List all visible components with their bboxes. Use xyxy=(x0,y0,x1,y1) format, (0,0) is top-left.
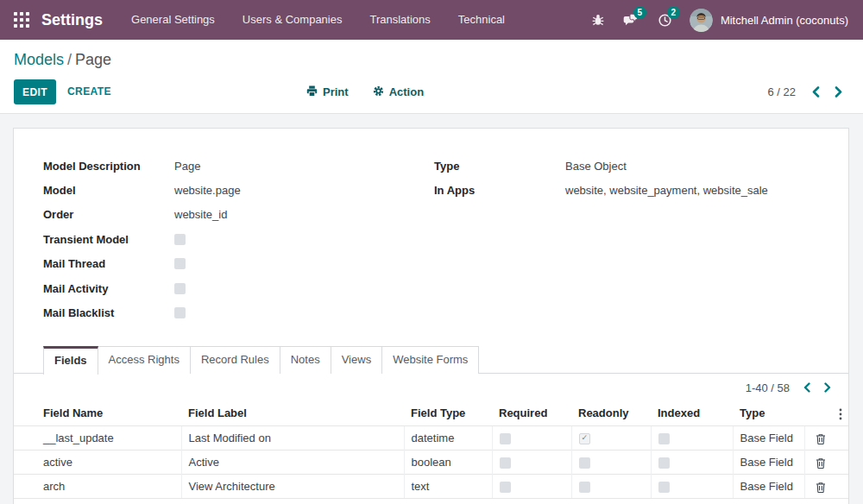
delete-row-icon[interactable] xyxy=(816,482,826,493)
optional-columns-icon[interactable] xyxy=(839,408,842,420)
col-header-field-label[interactable]: Field Label xyxy=(181,401,404,425)
breadcrumb-separator: / xyxy=(64,51,75,68)
col-header-required[interactable]: Required xyxy=(492,401,571,425)
col-header-indexed[interactable]: Indexed xyxy=(651,401,733,425)
col-header-readonly[interactable]: Readonly xyxy=(571,401,651,425)
list-pager-previous-icon[interactable] xyxy=(797,378,817,397)
cell-field-name[interactable]: __last_update xyxy=(14,425,181,450)
col-header-field-type[interactable]: Field Type xyxy=(404,401,492,425)
cell-field-label[interactable]: Active xyxy=(181,450,404,474)
form-field-row: Transient Model xyxy=(43,227,427,251)
cell-required xyxy=(492,450,571,474)
cell-type[interactable]: Base Field xyxy=(733,450,804,474)
field-value: Page xyxy=(174,160,200,173)
edit-button[interactable]: EDIT xyxy=(14,79,56,104)
readonly-checkbox xyxy=(579,482,590,493)
notebook: FieldsAccess RightsRecord RulesNotesView… xyxy=(14,346,848,374)
messages-badge: 5 xyxy=(633,6,646,19)
field-checkbox xyxy=(174,307,186,318)
pager-value[interactable]: 6 / 22 xyxy=(767,85,796,98)
create-button[interactable]: CREATE xyxy=(67,79,111,104)
form-field-row: Type Base Object xyxy=(434,154,818,178)
cell-readonly xyxy=(571,450,651,474)
messages-icon[interactable]: 5 xyxy=(623,0,640,40)
field-value: website, website_payment, website_sale xyxy=(565,184,768,197)
table-row[interactable]: arch View Architecture text Base Field xyxy=(14,474,848,498)
table-header-row: Field Name Field Label Field Type Requir… xyxy=(14,401,848,425)
app-name[interactable]: Settings xyxy=(41,11,103,29)
action-menu[interactable]: Action xyxy=(373,85,424,99)
delete-row-icon[interactable] xyxy=(816,457,826,469)
notebook-tab[interactable]: Fields xyxy=(43,346,98,375)
cell-field-name[interactable]: active xyxy=(14,450,181,474)
pager-next-icon[interactable] xyxy=(827,79,849,104)
form-field-row: Mail Activity xyxy=(43,276,427,300)
list-pager-value[interactable]: 1-40 / 58 xyxy=(746,381,790,394)
form-field-row: Order website_id xyxy=(43,203,427,227)
debug-bug-icon[interactable] xyxy=(589,0,607,40)
cell-field-label[interactable]: View Architecture xyxy=(181,474,404,498)
notebook-tab[interactable]: Notes xyxy=(280,346,331,374)
form-field-row: Model website.page xyxy=(43,178,427,202)
top-navbar: Settings General SettingsUsers & Compani… xyxy=(0,0,863,40)
field-value: website_id xyxy=(174,208,227,221)
content-area: Model Description Page Model website.pag… xyxy=(0,113,863,504)
cell-field-name[interactable]: arch xyxy=(14,474,181,498)
cell-readonly xyxy=(571,425,651,450)
activities-clock-icon[interactable]: 2 xyxy=(657,0,674,40)
cell-type[interactable]: Base Field xyxy=(733,474,804,498)
form-field-row: In Apps website, website_payment, websit… xyxy=(434,178,818,202)
required-checkbox xyxy=(500,433,511,444)
indexed-checkbox xyxy=(658,433,670,444)
field-checkbox xyxy=(174,283,186,294)
cell-type[interactable]: Base Field xyxy=(733,425,804,450)
field-label: Model Description xyxy=(43,160,174,173)
cell-field-label[interactable]: Last Modified on xyxy=(181,425,404,450)
form-field-row: Model Description Page xyxy=(43,154,427,178)
field-label: Model xyxy=(43,184,174,197)
col-header-field-name[interactable]: Field Name xyxy=(14,401,181,425)
gear-icon xyxy=(373,85,384,99)
form-sheet: Model Description Page Model website.pag… xyxy=(13,128,849,504)
action-menus: Print Action xyxy=(306,79,424,104)
field-value: website.page xyxy=(174,184,241,197)
record-pager: 6 / 22 xyxy=(767,79,849,104)
apps-menu-icon[interactable] xyxy=(14,12,29,28)
form-field-row: Mail Blacklist xyxy=(43,300,427,324)
navbar-menu-item[interactable]: Technical xyxy=(444,0,519,40)
breadcrumb-models-link[interactable]: Models xyxy=(14,51,64,68)
indexed-checkbox xyxy=(658,482,670,493)
navbar-menu-item[interactable]: Users & Companies xyxy=(229,0,356,40)
printer-icon xyxy=(306,85,318,99)
cell-indexed xyxy=(651,425,733,450)
field-checkbox xyxy=(174,258,186,269)
fields-table: Field Name Field Label Field Type Requir… xyxy=(14,401,848,499)
notebook-tab[interactable]: Views xyxy=(331,346,382,374)
notebook-tab[interactable]: Website Forms xyxy=(381,346,479,374)
field-value: Base Object xyxy=(565,160,627,173)
delete-row-icon[interactable] xyxy=(816,433,826,444)
user-avatar[interactable] xyxy=(690,9,713,32)
notebook-tab[interactable]: Record Rules xyxy=(190,346,280,374)
field-label: Mail Activity xyxy=(43,282,174,295)
cell-indexed xyxy=(651,450,733,474)
pager-previous-icon[interactable] xyxy=(804,79,827,104)
cell-field-type[interactable]: text xyxy=(404,474,492,498)
cell-field-type[interactable]: datetime xyxy=(404,425,492,450)
navbar-menu-item[interactable]: Translations xyxy=(356,0,444,40)
activities-badge: 2 xyxy=(667,6,680,19)
indexed-checkbox xyxy=(658,457,670,469)
list-pager: 1-40 / 58 xyxy=(746,378,838,397)
user-menu[interactable]: Mitchell Admin (coconuts) xyxy=(721,14,848,27)
col-header-type[interactable]: Type xyxy=(733,401,804,425)
cell-field-type[interactable]: boolean xyxy=(404,450,492,474)
table-row[interactable]: active Active boolean Base Field xyxy=(14,450,848,474)
print-menu[interactable]: Print xyxy=(306,85,349,99)
list-pager-next-icon[interactable] xyxy=(817,378,838,397)
notebook-tab[interactable]: Access Rights xyxy=(98,346,191,374)
navbar-menu-item[interactable]: General Settings xyxy=(117,0,229,40)
table-row[interactable]: __last_update Last Modified on datetime … xyxy=(14,425,848,450)
field-label: Transient Model xyxy=(43,233,174,246)
cell-indexed xyxy=(651,474,733,498)
readonly-checkbox xyxy=(579,457,590,469)
